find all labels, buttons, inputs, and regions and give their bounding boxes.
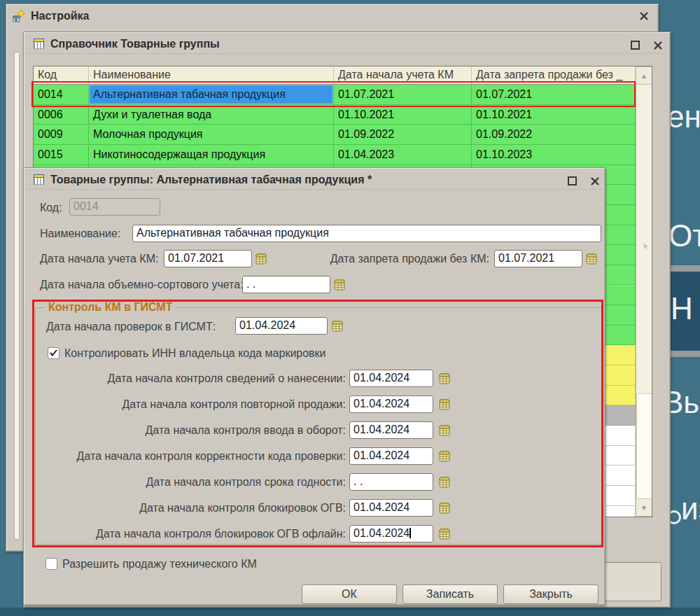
ok-button[interactable]: ОК [302, 584, 397, 604]
tech-km-checkbox[interactable] [46, 558, 57, 570]
scroll-up-button[interactable]: ▲ [636, 66, 652, 85]
calendar-button[interactable] [584, 251, 599, 266]
bg-text-fragment: ен [667, 99, 700, 134]
calendar-button[interactable] [332, 277, 347, 292]
ban-date-field[interactable]: 01.07.2021 [494, 250, 582, 267]
bg-text-fragment: Н [671, 291, 693, 326]
bg-text-fragment: из [681, 491, 700, 526]
desktop: ен От Н Вь из Настройка [0, 0, 700, 616]
table-icon [33, 174, 45, 186]
bg-bottom-strip [0, 608, 700, 616]
name-label: Наименование: [40, 227, 120, 240]
table-row[interactable]: 0009 Молочная продукция 01.09.2022 01.09… [34, 125, 636, 145]
table-row[interactable]: 0006 Духи и туалетная вода 01.10.2021 01… [34, 105, 636, 125]
ban-date-label: Дата запрета продажи без КМ: [295, 253, 489, 265]
close-icon[interactable] [638, 10, 650, 22]
table-icon [33, 38, 45, 50]
write-button[interactable]: Записать [402, 584, 498, 604]
code-field: 0014 [69, 198, 160, 216]
calendar-button[interactable] [253, 251, 269, 266]
catalog-titlebar: Справочник Товарные группы [26, 34, 668, 54]
catalog-title: Справочник Товарные группы [50, 38, 220, 50]
maximize-icon[interactable] [566, 175, 579, 188]
annotation-group-highlight [32, 300, 603, 547]
calendar-icon [334, 279, 345, 290]
code-label: Код: [40, 202, 62, 214]
scroll-down-button[interactable]: ▼ [636, 498, 652, 517]
calendar-icon [255, 253, 267, 265]
close-button[interactable]: Закрыть [503, 584, 598, 604]
splitter-handle[interactable] [14, 52, 20, 540]
close-icon[interactable] [652, 39, 664, 52]
annotation-row-highlight [31, 81, 636, 107]
start-date-label: Дата начала учета КМ: [40, 253, 158, 265]
close-icon[interactable] [589, 175, 601, 188]
tech-km-label: Разрешить продажу технического КМ [62, 558, 257, 570]
mouse-cursor [643, 241, 650, 252]
nastroyka-titlebar: Настройка [8, 6, 656, 25]
volume-date-field[interactable]: . . [242, 276, 330, 293]
calendar-icon [586, 253, 597, 265]
table-row[interactable]: 0015 Никотиносодержащая продукция 01.04.… [34, 145, 636, 165]
window-title: Настройка [31, 10, 89, 22]
name-field[interactable]: Альтернативная табачная продукция [132, 225, 601, 242]
form-icon [12, 9, 26, 23]
dialog-title: Товарные группы: Альтернативная табачная… [50, 174, 372, 186]
dialog-titlebar: Товарные группы: Альтернативная табачная… [26, 170, 603, 190]
maximize-icon[interactable] [629, 39, 642, 52]
volume-date-label: Дата начала объемно-сортового учета: [40, 279, 244, 291]
start-date-field[interactable]: 01.07.2021 [164, 250, 252, 267]
bg-text-fragment: От [668, 218, 700, 253]
